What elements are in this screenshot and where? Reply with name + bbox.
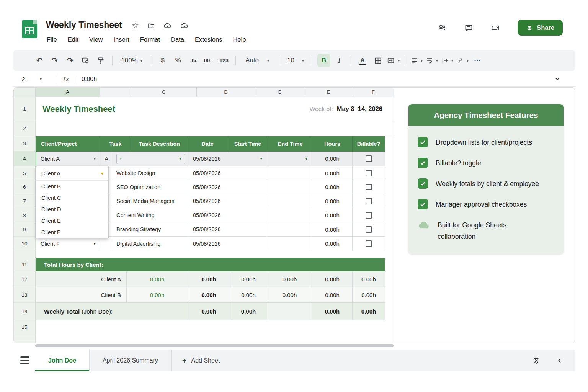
row-header-6[interactable]: 6 (14, 180, 36, 194)
sheet-tab-april-summary[interactable]: April 2026 Summary (90, 350, 172, 371)
date-cell[interactable]: 05/08/2026 (188, 237, 267, 251)
document-title[interactable]: Weekly Timesheet (46, 20, 122, 30)
share-button[interactable]: Share (518, 20, 563, 36)
column-header-e2[interactable]: E (304, 88, 353, 97)
text-color-button[interactable]: A (356, 54, 369, 67)
paint-format-icon[interactable] (94, 54, 107, 67)
row-header-12[interactable]: 12 (14, 271, 36, 287)
dropdown-option-client-e1[interactable]: Client E (36, 215, 108, 227)
number-format-123-icon[interactable]: 123 (217, 54, 230, 67)
menu-extensions[interactable]: Extesions (195, 36, 222, 43)
date-cell[interactable]: 05/08/2026 (188, 194, 267, 208)
row-header-1[interactable]: 1 (14, 97, 36, 121)
italic-button[interactable]: I (333, 54, 346, 67)
end-time-cell[interactable]: ▾ (267, 152, 312, 166)
billable-checkbox[interactable] (366, 212, 372, 219)
task-description-cell[interactable]: Digital Advertising (113, 237, 188, 251)
end-time-cell[interactable] (267, 180, 312, 194)
column-header-e1[interactable]: E (255, 88, 304, 97)
hourglass-icon[interactable] (532, 356, 541, 365)
column-header-c[interactable]: C (131, 88, 197, 97)
row-header-15[interactable]: 15 (14, 320, 36, 334)
hours-cell[interactable]: 0.00h (312, 208, 353, 222)
billable-checkbox[interactable] (366, 170, 372, 176)
task-cell[interactable]: A (100, 152, 113, 166)
name-box-caret-icon[interactable]: ▾ (40, 77, 42, 81)
billable-cell[interactable] (353, 208, 385, 222)
print-icon[interactable] (79, 54, 92, 67)
hours-cell[interactable]: 0.00h (312, 194, 353, 208)
billable-cell[interactable] (353, 152, 385, 166)
row-header-13[interactable]: 13 (14, 287, 36, 303)
more-toolbar-icon[interactable]: ⋯ (471, 54, 484, 67)
star-icon[interactable]: ☆ (132, 21, 139, 29)
row-header-9[interactable]: 9 (14, 222, 36, 237)
comment-icon[interactable] (464, 23, 474, 33)
billable-cell[interactable] (353, 180, 385, 194)
task-description-cell[interactable]: Content Writing (113, 208, 188, 222)
task-cell[interactable] (100, 237, 113, 251)
task-description-cell[interactable]: Branding Strategy (113, 222, 188, 237)
column-header-d[interactable]: D (197, 88, 256, 97)
hours-cell[interactable]: 0.00h (312, 180, 353, 194)
borders-icon[interactable] (371, 54, 384, 67)
dropdown-option-client-d[interactable]: Client D (36, 204, 108, 215)
undo-icon[interactable]: ↶ (33, 54, 46, 67)
formula-input[interactable]: 0.00h (82, 76, 97, 83)
add-sheet-button[interactable]: + Add Sheet (172, 350, 230, 371)
billable-cell[interactable] (353, 166, 385, 180)
font-size-select[interactable]: 10▾ (284, 54, 307, 67)
task-description-cell[interactable]: Social Media Managem (113, 194, 188, 208)
hours-cell[interactable]: 0.00h (312, 152, 353, 166)
column-header-a[interactable]: A (36, 88, 100, 97)
end-time-cell[interactable] (267, 194, 312, 208)
people-icon[interactable] (437, 23, 447, 33)
task-description-cell[interactable]: ▾▾ (113, 152, 188, 166)
zoom-select[interactable]: 100%▾ (118, 54, 146, 67)
row-header-14[interactable]: 14 (14, 303, 36, 320)
dropdown-option-client-c[interactable]: Client C (36, 192, 108, 204)
row-header-7[interactable]: 7 (14, 194, 36, 208)
end-time-cell[interactable] (267, 237, 312, 251)
currency-format-icon[interactable]: $ (156, 54, 169, 67)
dropdown-option-client-b[interactable]: Client B (36, 181, 108, 192)
text-rotation-icon[interactable]: ▾ (441, 54, 454, 67)
text-wrap-icon[interactable]: ▾ (425, 54, 438, 67)
row-header-4[interactable]: 4 (14, 152, 36, 166)
menu-insert[interactable]: Insert (114, 36, 129, 43)
client-cell-open-dropdown[interactable]: Client A▾ (36, 152, 100, 166)
row-header-5[interactable]: 5 (14, 166, 36, 180)
row-header-8[interactable]: 8 (14, 208, 36, 222)
select-all-corner[interactable] (14, 88, 36, 97)
move-folder-icon[interactable] (147, 22, 155, 29)
video-camera-icon[interactable] (490, 23, 501, 33)
bold-button[interactable]: B (317, 54, 330, 67)
horizontal-scrollbar[interactable] (35, 344, 394, 347)
menu-format[interactable]: Format (140, 36, 160, 43)
sheet-tab-john-doe[interactable]: John Doe (35, 350, 90, 371)
date-cell[interactable]: 05/08/2026▾ (188, 152, 267, 166)
row-header-11[interactable]: 11 (14, 258, 36, 271)
hours-cell[interactable]: 0.00h (312, 237, 353, 251)
billable-checkbox[interactable] (366, 198, 372, 204)
menu-data[interactable]: Data (171, 36, 184, 43)
date-cell[interactable]: 05/08/2026 (188, 166, 267, 180)
diagonal-format-icon[interactable]: ▾ (456, 54, 469, 67)
end-time-cell[interactable] (267, 208, 312, 222)
redo-icon[interactable]: ↷ (48, 54, 61, 67)
merge-cells-icon[interactable]: ▾ (387, 54, 400, 67)
date-cell[interactable]: 05/08/2026 (188, 208, 267, 222)
end-time-cell[interactable] (267, 222, 312, 237)
billable-cell[interactable] (353, 222, 385, 237)
date-cell[interactable]: 05/08/2026 (188, 180, 267, 194)
row-header-10[interactable]: 10 (14, 237, 36, 251)
task-description-cell[interactable]: SEO Optimization (113, 180, 188, 194)
formula-bar-collapse-icon[interactable] (554, 75, 561, 83)
menu-file[interactable]: File (47, 36, 57, 43)
all-sheets-menu-icon[interactable] (20, 356, 29, 364)
billable-checkbox[interactable] (366, 184, 372, 190)
name-box[interactable]: 2. ▾ (13, 76, 52, 83)
billable-checkbox[interactable] (366, 240, 372, 247)
billable-cell[interactable] (353, 237, 385, 251)
format-auto-select[interactable]: Auto▾ (241, 54, 274, 67)
